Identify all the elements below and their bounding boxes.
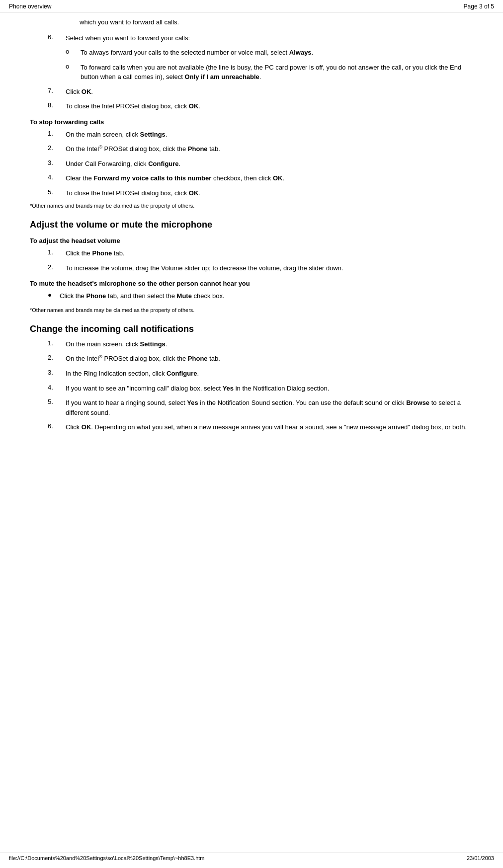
cn-step2-num: 2. xyxy=(48,354,66,361)
sf-step1-num: 1. xyxy=(48,130,66,137)
sf-step5-text: To close the Intel PROSet dialog box, cl… xyxy=(66,188,473,198)
cn-step3-text: In the Ring Indication section, click Co… xyxy=(66,369,473,379)
page-number: Page 3 of 5 xyxy=(464,3,494,10)
change-notifications-heading: Change the incoming call notifications xyxy=(30,324,473,334)
step6-num: 6. xyxy=(48,33,66,41)
step8-num: 8. xyxy=(48,101,66,109)
step7-text: Click OK. xyxy=(66,87,93,97)
mute-heading: To mute the headset's microphone so the … xyxy=(30,280,473,287)
sf-step5-num: 5. xyxy=(48,188,66,196)
page-title-left: Phone overview xyxy=(9,3,51,10)
cn-step6-num: 6. xyxy=(48,422,66,430)
cn-step5-num: 5. xyxy=(48,398,66,405)
step6-text: Select when you want to forward your cal… xyxy=(66,33,190,43)
sf-step4-text: Clear the Forward my voice calls to this… xyxy=(66,173,473,183)
bullet-marker: ● xyxy=(48,291,60,299)
cn-step1-num: 1. xyxy=(48,339,66,347)
sf-step2-text: On the Intel® PROSet dialog box, click t… xyxy=(66,144,473,154)
footer-path: file://C:\Documents%20and%20Settings\so\… xyxy=(9,855,204,861)
cn-step4-num: 4. xyxy=(48,384,66,391)
footer-date: 23/01/2003 xyxy=(467,855,494,861)
sf-step1-text: On the main screen, click Settings. xyxy=(66,130,473,140)
ah-step2-text: To increase the volume, drag the Volume … xyxy=(66,263,473,273)
notifications-list: 1. On the main screen, click Settings. 2… xyxy=(48,339,473,432)
ah-step1-text: Click the Phone tab. xyxy=(66,248,473,258)
mute-bullet-text: Click the Phone tab, and then select the… xyxy=(60,291,225,301)
cn-step2-text: On the Intel® PROSet dialog box, click t… xyxy=(66,354,473,364)
circle-1-text: To always forward your calls to the sele… xyxy=(81,48,473,58)
disclaimer-1: *Other names and brands may be claimed a… xyxy=(30,203,473,209)
step7-num: 7. xyxy=(48,87,66,94)
step8-text: To close the Intel PROSet dialog box, cl… xyxy=(66,101,200,111)
adjust-headset-list: 1. Click the Phone tab. 2. To increase t… xyxy=(48,248,473,273)
cn-step5-text: If you want to hear a ringing sound, sel… xyxy=(66,398,473,417)
sf-step3-num: 3. xyxy=(48,159,66,166)
adjust-headset-heading: To adjust the headset volume xyxy=(30,237,473,244)
cn-step4-text: If you want to see an "incoming call" di… xyxy=(66,384,473,394)
adjust-volume-heading: Adjust the volume or mute the microphone xyxy=(30,220,473,230)
circle-marker-1: o xyxy=(66,48,81,55)
sf-step2-num: 2. xyxy=(48,144,66,152)
sf-step4-num: 4. xyxy=(48,173,66,181)
stop-forwarding-list: 1. On the main screen, click Settings. 2… xyxy=(48,130,473,198)
ah-step2-num: 2. xyxy=(48,263,66,271)
mute-list: ● Click the Phone tab, and then select t… xyxy=(48,291,473,301)
circle-2-text: To forward calls when you are not availa… xyxy=(81,63,473,82)
cn-step6-text: Click OK. Depending on what you set, whe… xyxy=(66,422,473,432)
cn-step3-num: 3. xyxy=(48,369,66,376)
stop-forwarding-heading: To stop forwarding calls xyxy=(30,118,473,126)
disclaimer-2: *Other names and brands may be claimed a… xyxy=(30,307,473,313)
ah-step1-num: 1. xyxy=(48,248,66,256)
circle-marker-2: o xyxy=(66,63,81,70)
cn-step1-text: On the main screen, click Settings. xyxy=(66,339,473,349)
sf-step3-text: Under Call Forwarding, click Configure. xyxy=(66,159,473,169)
top-text: which you want to forward all calls. xyxy=(80,17,473,27)
